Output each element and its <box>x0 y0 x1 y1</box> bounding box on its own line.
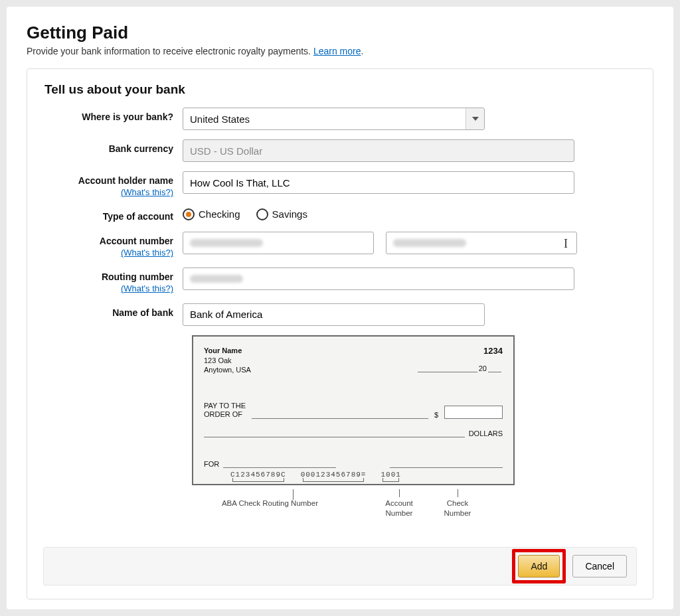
micr-check: 1001 <box>381 471 400 480</box>
check-name-line1: Your Name <box>204 346 251 356</box>
check-payto-label2: ORDER OF <box>204 410 248 419</box>
chevron-down-icon <box>466 108 484 129</box>
check-amount-box <box>444 406 503 419</box>
whats-this-account-link[interactable]: (What's this?) <box>43 248 173 258</box>
bank-currency-value: USD - US Dollar <box>190 145 262 157</box>
check-year-prefix: 20 <box>479 364 487 372</box>
legend-routing: ABA Check Routing Number <box>192 499 318 508</box>
check-name-line2: 123 Oak <box>204 356 251 366</box>
bank-location-value: United States <box>190 114 250 125</box>
subtitle-text: Provide your bank information to receive… <box>27 46 313 56</box>
micr-routing: C123456789C <box>230 471 286 480</box>
page-subtitle: Provide your bank information to receive… <box>27 46 653 56</box>
redacted-value <box>190 275 243 283</box>
bank-form-box: Tell us about your bank Where is your ba… <box>27 68 653 599</box>
redacted-value <box>393 239 466 247</box>
radio-checking-label: Checking <box>199 208 240 220</box>
bank-currency-field: USD - US Dollar <box>183 139 574 162</box>
add-button[interactable]: Add <box>518 555 560 578</box>
legend-check: Check Number <box>444 499 471 517</box>
bank-location-select[interactable]: United States <box>183 108 485 130</box>
sample-check: Your Name 123 Oak Anytown, USA 1234 20 <box>192 335 517 520</box>
label-account-type: Type of account <box>43 207 183 223</box>
legend-account: Account Number <box>385 499 413 517</box>
page-title: Getting Paid <box>27 23 653 43</box>
footer-actions: Add Cancel <box>43 547 637 585</box>
label-bank-location: Where is your bank? <box>43 108 183 123</box>
radio-checking[interactable] <box>183 208 195 220</box>
cancel-button[interactable]: Cancel <box>572 555 627 578</box>
label-bank-currency: Bank currency <box>43 139 183 155</box>
whats-this-holder-link[interactable]: (What's this?) <box>43 187 173 198</box>
check-payto-label1: PAY TO THE <box>204 402 248 410</box>
account-holder-input[interactable] <box>183 171 574 194</box>
routing-number-input[interactable] <box>183 268 574 290</box>
add-button-highlight: Add <box>512 549 566 583</box>
whats-this-routing-link[interactable]: (What's this?) <box>43 283 173 294</box>
label-routing-number: Routing number <box>102 271 173 282</box>
label-account-number: Account number <box>100 236 173 246</box>
label-bank-name: Name of bank <box>43 303 183 319</box>
account-number-input[interactable] <box>183 232 374 254</box>
micr-account: 000123456789= <box>301 471 367 480</box>
check-for-label: FOR <box>204 460 219 468</box>
radio-savings[interactable] <box>256 208 268 220</box>
period: . <box>361 46 363 56</box>
check-dollars-label: DOLLARS <box>469 429 503 437</box>
redacted-value <box>190 239 263 247</box>
radio-savings-label: Savings <box>272 208 307 220</box>
dollar-sign-icon: $ <box>434 411 438 419</box>
label-account-holder: Account holder name <box>78 175 173 186</box>
check-name-line3: Anytown, USA <box>204 365 251 375</box>
bank-name-input[interactable] <box>183 303 485 326</box>
account-number-confirm-input[interactable] <box>386 232 577 254</box>
learn-more-link[interactable]: Learn more <box>313 46 361 56</box>
form-title: Tell us about your bank <box>44 82 637 97</box>
